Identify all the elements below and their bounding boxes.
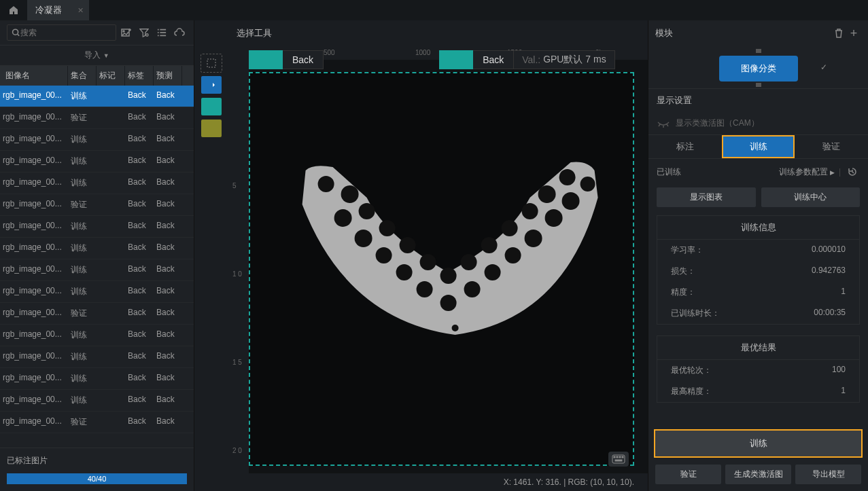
svg-point-12 <box>341 185 358 203</box>
svg-point-23 <box>440 295 456 311</box>
search-input[interactable] <box>7 24 116 41</box>
table-row[interactable]: rgb_image_00...训练BackBack <box>0 259 194 281</box>
table-row[interactable]: rgb_image_00...训练BackBack <box>0 238 194 259</box>
teal-tag-tool[interactable] <box>201 98 222 115</box>
tab-project[interactable]: 冷凝器 ✕ <box>27 0 89 20</box>
col-tag[interactable]: 标签 <box>125 66 154 86</box>
table-header: 图像名 集合 标记 标签 预测 <box>0 66 194 86</box>
tag-chip-1[interactable]: Back <box>249 50 324 69</box>
tool-strip <box>194 20 228 491</box>
module-button[interactable]: 图像分类 <box>719 56 798 81</box>
svg-point-33 <box>538 185 555 203</box>
svg-rect-7 <box>160 32 166 33</box>
train-config-link[interactable]: 训练参数配置 ▶ <box>779 166 835 178</box>
table-row[interactable]: rgb_image_00...训练BackBack <box>0 368 194 390</box>
svg-rect-4 <box>158 29 159 31</box>
table-row[interactable]: rgb_image_00...训练BackBack <box>0 151 194 172</box>
close-icon[interactable]: ✕ <box>77 6 84 15</box>
tag-chip-2[interactable]: Back Val.: GPU默认 7 ms <box>439 50 615 69</box>
table-row[interactable]: rgb_image_00...验证BackBack <box>0 412 194 433</box>
select-tool[interactable] <box>201 54 222 72</box>
olive-tag-tool[interactable] <box>201 120 222 137</box>
tab-train[interactable]: 训练 <box>722 135 795 158</box>
search-field[interactable] <box>20 28 111 37</box>
table-row[interactable]: rgb_image_00...训练BackBack <box>0 216 194 238</box>
info-title: 训练信息 <box>657 216 859 240</box>
cam-toggle[interactable]: 显示类激活图（CAM） <box>648 112 868 134</box>
info-row: 损失：0.942763 <box>657 261 859 282</box>
svg-rect-9 <box>160 35 166 37</box>
svg-point-27 <box>481 237 497 253</box>
col-mark[interactable]: 标记 <box>97 66 125 86</box>
image-list: rgb_image_00...训练BackBackrgb_image_00...… <box>0 86 194 448</box>
table-row[interactable]: rgb_image_00...训练BackBack <box>0 346 194 368</box>
tag2-label: Back <box>473 50 514 69</box>
svg-point-17 <box>375 247 392 263</box>
info-row: 精度：1 <box>657 282 859 303</box>
history-icon[interactable] <box>845 164 860 179</box>
status-bar: X: 1461. Y: 316. | RGB: (10, 10, 10). <box>228 473 648 491</box>
table-row[interactable]: rgb_image_00...训练BackBack <box>0 172 194 194</box>
validate-button[interactable]: 验证 <box>655 465 721 484</box>
filter-icon[interactable] <box>137 25 152 40</box>
tab-valid[interactable]: 验证 <box>795 135 868 158</box>
best-result-box: 最优结果 最优轮次：100最高精度：1 <box>657 335 860 403</box>
trained-label: 已训练 <box>657 166 681 178</box>
gen-cam-button[interactable]: 生成类激活图 <box>725 465 791 484</box>
left-panel: 导入 ▼ 图像名 集合 标记 标签 预测 rgb_image_00...训练Ba… <box>0 20 194 491</box>
svg-point-11 <box>317 176 334 192</box>
table-row[interactable]: rgb_image_00...验证BackBack <box>0 107 194 129</box>
tab-title: 冷凝器 <box>35 5 62 15</box>
table-row[interactable]: rgb_image_00...训练BackBack <box>0 86 194 107</box>
svg-point-14 <box>358 203 375 219</box>
tag-swatch-icon <box>249 50 283 69</box>
col-name[interactable]: 图像名 <box>0 66 68 86</box>
viewer-panel: 选择工具 500100015002k 51 01 52 0 Back Back … <box>228 20 648 491</box>
svg-rect-8 <box>158 35 159 37</box>
table-row[interactable]: rgb_image_00...训练BackBack <box>0 325 194 346</box>
svg-point-31 <box>521 203 538 219</box>
show-chart-button[interactable]: 显示图表 <box>657 187 756 207</box>
train-center-button[interactable]: 训练中心 <box>761 187 861 207</box>
svg-point-21 <box>416 281 432 297</box>
ruler-vertical: 51 01 52 0 <box>228 60 249 473</box>
svg-rect-42 <box>622 456 623 458</box>
info-row: 最优轮次：100 <box>657 360 859 381</box>
move-tool[interactable] <box>201 76 222 94</box>
table-row[interactable]: rgb_image_00...验证BackBack <box>0 194 194 216</box>
check-icon[interactable]: ✓ <box>820 62 827 72</box>
cloud-icon[interactable] <box>172 25 187 40</box>
col-pred[interactable]: 预测 <box>154 66 182 86</box>
plus-icon[interactable]: + <box>846 26 861 41</box>
import-button[interactable]: 导入 ▼ <box>0 45 194 66</box>
table-row[interactable]: rgb_image_00...训练BackBack <box>0 281 194 303</box>
home-icon[interactable] <box>0 0 27 20</box>
keyboard-icon[interactable] <box>608 452 629 467</box>
table-row[interactable]: rgb_image_00...验证BackBack <box>0 303 194 325</box>
tag-swatch-icon <box>439 50 473 69</box>
table-row[interactable]: rgb_image_00...训练BackBack <box>0 129 194 151</box>
display-settings-header: 显示设置 <box>648 88 868 112</box>
svg-point-37 <box>451 325 458 331</box>
export-model-button[interactable]: 导出模型 <box>795 465 861 484</box>
list-icon[interactable] <box>154 25 169 40</box>
svg-rect-39 <box>614 456 615 458</box>
eye-closed-icon <box>657 120 670 128</box>
table-row[interactable]: rgb_image_00...训练BackBack <box>0 390 194 412</box>
svg-point-32 <box>544 209 562 227</box>
info-row: 最高精度：1 <box>657 381 859 402</box>
trash-icon[interactable] <box>831 26 846 41</box>
svg-point-15 <box>354 230 372 247</box>
svg-point-3 <box>146 34 149 37</box>
train-button[interactable]: 训练 <box>655 431 861 456</box>
col-set[interactable]: 集合 <box>68 66 97 86</box>
svg-point-24 <box>464 281 480 297</box>
image-canvas[interactable] <box>249 72 634 466</box>
module-header: 模块 <box>655 27 673 39</box>
svg-point-29 <box>501 220 517 236</box>
tab-label[interactable]: 标注 <box>648 135 722 158</box>
image-add-icon[interactable] <box>119 25 134 40</box>
svg-point-13 <box>334 209 351 227</box>
svg-rect-41 <box>619 456 621 458</box>
svg-point-0 <box>13 29 18 35</box>
